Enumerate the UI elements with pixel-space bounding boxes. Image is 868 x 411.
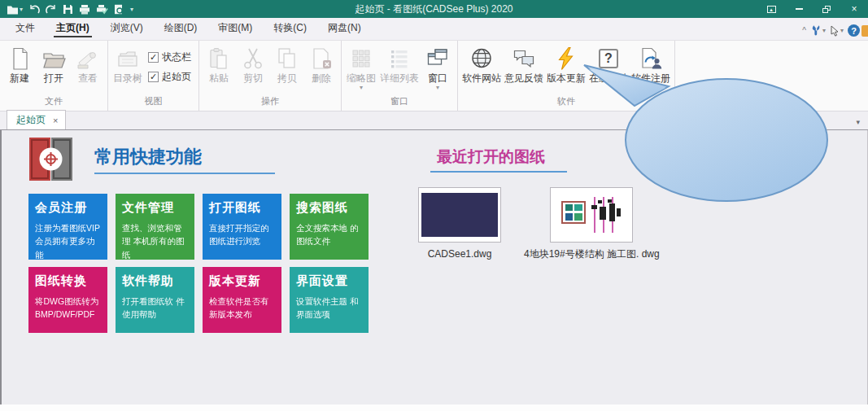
ribbon-group-view: 目录树 ✓ 状态栏 ✓ 起始页 视图 (108, 41, 199, 111)
tile-open-drawing[interactable]: 打开图纸 直接打开指定的 图纸进行浏览 (203, 194, 281, 260)
help-icon[interactable]: ? (848, 24, 860, 37)
title-bar: ▾ ▾ 起始页 - 看图纸(CADSee Plus) 2020 (0, 0, 868, 18)
recent-file-item[interactable]: 4地块19#号楼结构 施工图. dwg (524, 187, 660, 260)
tab-close-icon[interactable]: × (53, 116, 58, 125)
menu-bar: 文件 主页(H) 浏览(V) 绘图(D) 审图(M) 转换(C) 网盘(N) ^… (0, 18, 868, 41)
cut-button[interactable]: 剪切 (236, 44, 270, 85)
menu-tab-home[interactable]: 主页(H) (46, 17, 100, 40)
tab-start-page[interactable]: 起始页 × (7, 110, 66, 129)
ribbon-group-edit: 粘贴 剪切 拷贝 删除 操作 (199, 41, 342, 111)
ribbon-group-label: 窗口 (344, 94, 455, 111)
tile-file-manage[interactable]: 文件管理 查找、浏览和管理 本机所有的图纸 (116, 194, 194, 260)
recent-files-list: CADSee1.dwg 4地块19#号楼结构 施工图. dwg (418, 187, 660, 260)
menu-tab-netdisk[interactable]: 网盘(N) (317, 17, 372, 40)
bottom-strip (0, 404, 868, 411)
qat-more-dropdown-icon[interactable]: ▾ (130, 2, 133, 15)
menu-right-tools: ^ ▾ ▾ ? (802, 24, 868, 40)
quick-functions-title: 常用快捷功能 (94, 145, 202, 169)
dropdown-arrow-icon: ▾ (840, 27, 844, 34)
paste-button[interactable]: 粘贴 (202, 44, 236, 85)
new-document-icon (7, 46, 32, 71)
open-folder-icon (41, 46, 66, 71)
restore-button[interactable] (813, 0, 840, 18)
view-button[interactable]: 查看 (71, 44, 105, 85)
redo-icon[interactable] (46, 2, 57, 15)
software-register-button[interactable]: 软件注册 (630, 44, 672, 85)
menu-tab-draw[interactable]: 绘图(D) (154, 17, 208, 40)
menu-tab-convert[interactable]: 转换(C) (263, 17, 317, 40)
vip-icon[interactable] (861, 25, 868, 37)
thumbnails-icon (349, 46, 373, 71)
open-folder-icon[interactable]: ▾ (7, 2, 23, 15)
ribbon-group-label: 视图 (111, 94, 196, 111)
new-button[interactable]: 新建 (2, 44, 37, 85)
menu-tab-review[interactable]: 审图(M) (207, 17, 263, 40)
directory-tree-button[interactable]: 目录树 (111, 44, 145, 85)
ribbon-group-software: 软件网站 意见反馈 版本更新 ? 在线帮助 软件注册 (458, 41, 675, 111)
online-help-icon: ? (599, 49, 618, 68)
tile-search-drawing[interactable]: 搜索图纸 全文搜索本地 的图纸文件 (290, 194, 369, 260)
print-preview-icon[interactable] (114, 2, 124, 15)
undo-icon[interactable] (28, 2, 40, 15)
ribbon-group-label: 文件 (2, 94, 105, 111)
menu-tab-file[interactable]: 文件 (5, 17, 46, 40)
ribbon-group-label: 操作 (202, 94, 338, 111)
ribbon-group-file: 新建 打开 查看 文件 (0, 41, 108, 111)
software-website-button[interactable]: 软件网站 (460, 44, 503, 85)
cursor-icon[interactable]: ▾ (830, 25, 844, 37)
tile-version-update[interactable]: 版本更新 检查软件是否有 新版本发布 (203, 267, 281, 333)
tile-member-register[interactable]: 会员注册 注册为看图纸VIP 会员拥有更多功能 (28, 194, 107, 260)
drawing-thumbnail (550, 187, 633, 243)
ribbon-group-label: 软件 (460, 94, 672, 111)
delete-button[interactable]: 删除 (304, 44, 338, 85)
ribbon-group-window: 缩略图 ▾ 详细列表 窗口 ▾ 窗口 (342, 41, 458, 111)
recent-drawings-title: 最近打开的图纸 (437, 146, 545, 168)
close-button[interactable]: × (840, 0, 868, 18)
minimize-button[interactable] (785, 0, 813, 18)
detail-list-icon (387, 46, 412, 71)
update-lightning-icon (554, 46, 578, 71)
tile-software-help[interactable]: 软件帮助 打开看图纸软 件使用帮助 (116, 267, 194, 333)
cut-icon (241, 46, 265, 71)
window-controls: ▴ × (757, 0, 868, 18)
directory-tree-icon (116, 46, 140, 71)
cadsee-logo (28, 137, 73, 181)
startpage-checkbox[interactable]: ✓ 起始页 (148, 70, 191, 84)
checkbox-checked-icon: ✓ (148, 52, 159, 63)
feedback-button[interactable]: 意见反馈 (503, 44, 545, 85)
quick-title-underline (94, 173, 275, 174)
thumbnails-button[interactable]: 缩略图 ▾ (344, 44, 378, 91)
save-icon[interactable] (63, 2, 73, 15)
register-icon (639, 46, 663, 71)
ribbon-display-options-button[interactable]: ▴ (757, 0, 785, 18)
view-drawings-icon (76, 46, 100, 71)
website-globe-icon (469, 46, 494, 71)
tab-list-dropdown-icon[interactable]: ▾ (856, 118, 860, 126)
ribbon: 新建 打开 查看 文件 目录树 (0, 41, 868, 111)
delete-icon (309, 46, 334, 71)
online-help-button[interactable]: ? 在线帮助 (587, 44, 630, 85)
wrench-icon[interactable]: ▾ (810, 24, 826, 37)
menu-tab-browse[interactable]: 浏览(V) (100, 17, 154, 40)
print-icon[interactable] (79, 2, 90, 15)
recent-file-item[interactable]: CADSee1.dwg (418, 187, 501, 260)
statusbar-checkbox[interactable]: ✓ 状态栏 (148, 50, 191, 64)
dropdown-arrow-icon: ▾ (20, 6, 23, 13)
collapse-ribbon-icon[interactable]: ^ (802, 26, 806, 35)
tile-ui-settings[interactable]: 界面设置 设置软件主题 和界面选项 (290, 267, 369, 333)
document-tab-bar: 起始页 × ▾ (0, 111, 868, 130)
version-update-button[interactable]: 版本更新 (545, 44, 587, 85)
application-window: ▾ ▾ 起始页 - 看图纸(CADSee Plus) 2020 (0, 0, 868, 411)
quick-print-icon[interactable] (96, 2, 108, 15)
open-button[interactable]: 打开 (37, 44, 71, 85)
window-button[interactable]: 窗口 ▾ (421, 44, 455, 91)
start-page-content: 常用快捷功能 最近打开的图纸 会员注册 注册为看图纸VIP 会员拥有更多功能 文… (0, 130, 868, 404)
detail-list-button[interactable]: 详细列表 (378, 44, 421, 85)
tile-convert-drawing[interactable]: 图纸转换 将DWG图纸转为 BMP/DWF/PDF (28, 267, 107, 333)
recent-file-name: 4地块19#号楼结构 施工图. dwg (524, 247, 660, 260)
checkbox-checked-icon: ✓ (148, 72, 159, 82)
recent-title-underline (430, 171, 567, 173)
recent-file-name: CADSee1.dwg (428, 247, 492, 260)
paste-icon (207, 46, 231, 71)
copy-button[interactable]: 拷贝 (270, 44, 304, 85)
